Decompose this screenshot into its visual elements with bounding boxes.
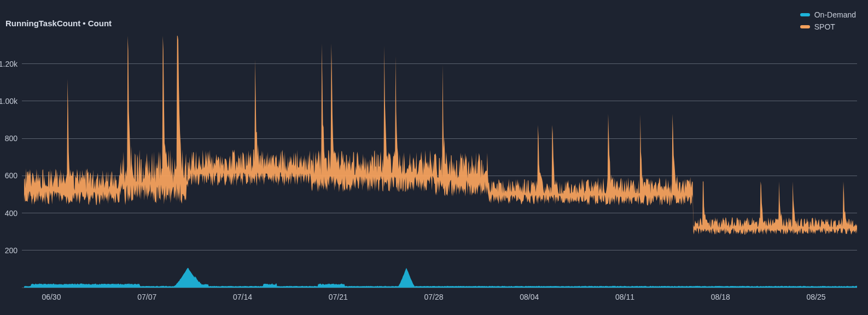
svg-text:07/21: 07/21 — [329, 293, 348, 301]
svg-text:400: 400 — [5, 209, 18, 218]
legend-swatch-on-demand — [800, 13, 810, 16]
legend-item-on-demand[interactable]: On-Demand — [800, 9, 856, 21]
legend-item-spot[interactable]: SPOT — [800, 21, 856, 33]
chart-legend: On-Demand SPOT — [800, 9, 856, 33]
svg-text:600: 600 — [5, 171, 18, 180]
svg-text:08/04: 08/04 — [520, 293, 539, 301]
svg-text:1.00k: 1.00k — [0, 97, 18, 106]
svg-text:07/14: 07/14 — [233, 293, 252, 301]
svg-text:06/30: 06/30 — [42, 293, 61, 301]
svg-text:1.20k: 1.20k — [0, 60, 18, 68]
legend-swatch-spot — [800, 25, 810, 28]
svg-text:200: 200 — [5, 246, 18, 255]
svg-text:800: 800 — [5, 134, 18, 143]
chart-svg: 2004006008001.00k1.20k06/3007/0707/1407/… — [22, 34, 857, 288]
legend-label-on-demand: On-Demand — [814, 9, 856, 21]
chart-title: RunningTaskCount • Count — [5, 19, 112, 28]
chart-container: RunningTaskCount • Count On-Demand SPOT … — [0, 0, 868, 315]
svg-text:08/25: 08/25 — [807, 293, 826, 301]
plot-area[interactable]: 2004006008001.00k1.20k06/3007/0707/1407/… — [22, 34, 857, 288]
svg-text:08/11: 08/11 — [615, 293, 634, 301]
legend-label-spot: SPOT — [814, 21, 835, 33]
svg-text:07/28: 07/28 — [424, 293, 443, 301]
svg-text:08/18: 08/18 — [711, 293, 730, 301]
svg-text:07/07: 07/07 — [137, 293, 156, 301]
